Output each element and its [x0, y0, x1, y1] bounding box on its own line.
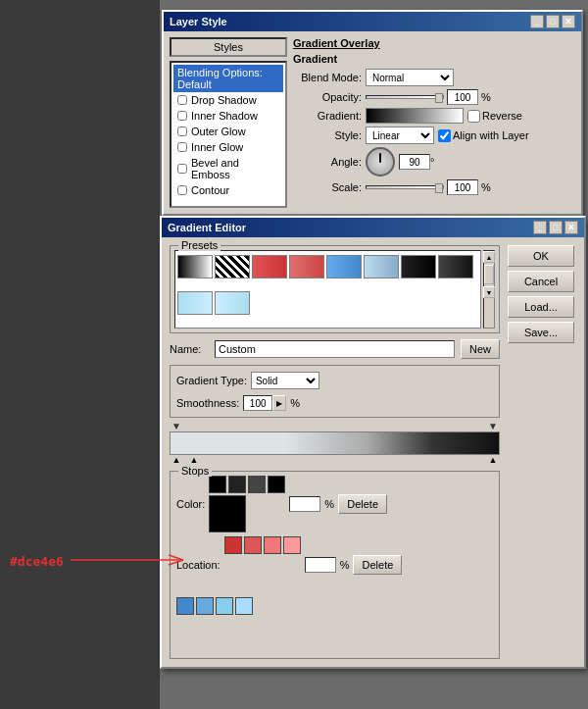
- close-btn[interactable]: ✕: [562, 15, 575, 28]
- maximize-btn[interactable]: □: [546, 15, 560, 28]
- preset-swatch-5[interactable]: [326, 255, 362, 279]
- align-layer-label: Align with Layer: [438, 129, 529, 142]
- blue-stop-row: [176, 597, 493, 654]
- annotation-label: #dce4e6: [10, 554, 64, 569]
- blend-mode-label: Blend Mode:: [293, 72, 362, 83]
- gradient-type-label: Gradient Type:: [176, 375, 247, 386]
- reverse-checkbox-label: Reverse: [467, 110, 522, 123]
- scroll-up-btn[interactable]: ▲: [483, 251, 495, 263]
- color-location-input[interactable]: [289, 496, 320, 512]
- preset-swatch-9[interactable]: [177, 291, 213, 315]
- scale-slider-thumb[interactable]: [435, 183, 443, 193]
- outer-glow-checkbox[interactable]: [177, 127, 187, 136]
- smoothness-input[interactable]: [243, 395, 272, 411]
- presets-wrapper: ▲ ▼: [174, 250, 495, 329]
- align-layer-checkbox[interactable]: [438, 129, 451, 142]
- inner-glow-checkbox[interactable]: [177, 142, 187, 152]
- ge-maximize-btn[interactable]: □: [549, 221, 563, 234]
- cancel-button[interactable]: Cancel: [508, 271, 574, 292]
- angle-input[interactable]: [399, 154, 430, 170]
- color-swatches-group: [209, 476, 285, 532]
- style-bevel-emboss[interactable]: Bevel and Emboss: [173, 155, 283, 182]
- opacity-input[interactable]: [447, 89, 478, 105]
- style-select[interactable]: Linear: [366, 127, 434, 144]
- drop-shadow-checkbox[interactable]: [177, 95, 187, 105]
- contour-label: Contour: [191, 184, 229, 196]
- load-button[interactable]: Load...: [508, 296, 574, 318]
- new-button[interactable]: New: [461, 339, 500, 359]
- ok-button[interactable]: OK: [508, 245, 574, 267]
- styles-list-body: Blending Options: Default Drop Shadow In…: [170, 61, 287, 208]
- reverse-checkbox[interactable]: [467, 110, 480, 123]
- swatch-black[interactable]: [209, 476, 226, 493]
- delete-location-btn[interactable]: Delete: [353, 555, 402, 575]
- gradient-editor-title: Gradient Editor: [168, 222, 246, 233]
- swatch-red4[interactable]: [283, 536, 301, 554]
- swatch-red1[interactable]: [224, 536, 242, 554]
- scale-unit: %: [481, 181, 491, 193]
- layer-style-right: Gradient Overlay Gradient Blend Mode: No…: [293, 37, 575, 208]
- smoothness-stepper-btn[interactable]: ▶: [272, 395, 286, 411]
- drop-shadow-label: Drop Shadow: [191, 94, 257, 106]
- opacity-slider-track[interactable]: [366, 95, 444, 99]
- preset-swatch-7[interactable]: [401, 255, 436, 279]
- preset-swatch-3[interactable]: [252, 255, 287, 279]
- style-inner-glow[interactable]: Inner Glow: [173, 139, 283, 155]
- minimize-btn[interactable]: _: [530, 15, 544, 28]
- preset-swatch-2[interactable]: [215, 255, 250, 279]
- delete-color-btn[interactable]: Delete: [338, 494, 387, 514]
- bevel-emboss-checkbox[interactable]: [177, 164, 187, 174]
- scroll-thumb[interactable]: [484, 265, 494, 284]
- swatch-red2[interactable]: [244, 536, 262, 554]
- style-drop-shadow[interactable]: Drop Shadow: [173, 92, 283, 108]
- gradient-editor-left: Presets: [170, 245, 500, 659]
- gradient-preview-swatch[interactable]: [366, 108, 464, 124]
- layer-style-titlebar: Layer Style _ □ ✕: [164, 12, 581, 31]
- gradient-type-select[interactable]: Solid: [251, 372, 319, 389]
- gradient-editor-titlebar-buttons: _ □ ✕: [533, 221, 578, 234]
- scale-input[interactable]: [447, 179, 478, 195]
- preset-swatch-6[interactable]: [364, 255, 399, 279]
- swatch-blue2[interactable]: [196, 597, 214, 615]
- style-inner-shadow[interactable]: Inner Shadow: [173, 108, 283, 124]
- ge-minimize-btn[interactable]: _: [533, 221, 547, 234]
- top-stop-left[interactable]: ▼: [172, 422, 181, 431]
- top-stop-right[interactable]: ▼: [488, 422, 498, 431]
- location-input[interactable]: [305, 557, 336, 573]
- gradient-bar[interactable]: [170, 431, 500, 455]
- blending-options-item[interactable]: Blending Options: Default: [173, 65, 283, 92]
- save-button[interactable]: Save...: [508, 322, 574, 343]
- presets-scrollbar[interactable]: ▲ ▼: [483, 250, 495, 329]
- style-contour[interactable]: Contour: [173, 182, 283, 198]
- swatch-blue3[interactable]: [216, 597, 233, 615]
- scale-slider-track[interactable]: [366, 185, 444, 189]
- swatch-dk-gray[interactable]: [228, 476, 246, 493]
- scroll-down-btn[interactable]: ▼: [483, 286, 495, 298]
- blend-mode-row: Blend Mode: Normal: [293, 69, 575, 86]
- swatch-red3[interactable]: [264, 536, 281, 554]
- angle-dial[interactable]: [366, 147, 395, 177]
- ge-close-btn[interactable]: ✕: [564, 221, 578, 234]
- smoothness-row: Smoothness: ▶ %: [176, 395, 493, 411]
- preset-swatch-8[interactable]: [438, 255, 473, 279]
- styles-header[interactable]: Styles: [170, 37, 287, 57]
- swatch-gray[interactable]: [248, 476, 266, 493]
- presets-main: [174, 250, 481, 329]
- opacity-slider-thumb[interactable]: [435, 93, 443, 103]
- swatch-black2[interactable]: [268, 476, 285, 493]
- preset-swatch-10[interactable]: [215, 291, 250, 315]
- inner-shadow-checkbox[interactable]: [177, 111, 187, 121]
- inner-shadow-label: Inner Shadow: [191, 110, 258, 122]
- preset-swatch-4[interactable]: [289, 255, 324, 279]
- style-outer-glow[interactable]: Outer Glow: [173, 124, 283, 139]
- bottom-stop-3[interactable]: ▲: [488, 455, 498, 467]
- scale-row: Scale: %: [293, 179, 575, 195]
- style-label: Style:: [293, 129, 362, 141]
- blend-mode-select[interactable]: Normal: [366, 69, 454, 86]
- swatch-blue4[interactable]: [235, 597, 253, 615]
- name-input[interactable]: [215, 340, 455, 358]
- smoothness-unit: %: [290, 397, 300, 409]
- swatch-black-large[interactable]: [209, 495, 246, 532]
- contour-checkbox[interactable]: [177, 185, 187, 195]
- preset-swatch-1[interactable]: [177, 255, 213, 279]
